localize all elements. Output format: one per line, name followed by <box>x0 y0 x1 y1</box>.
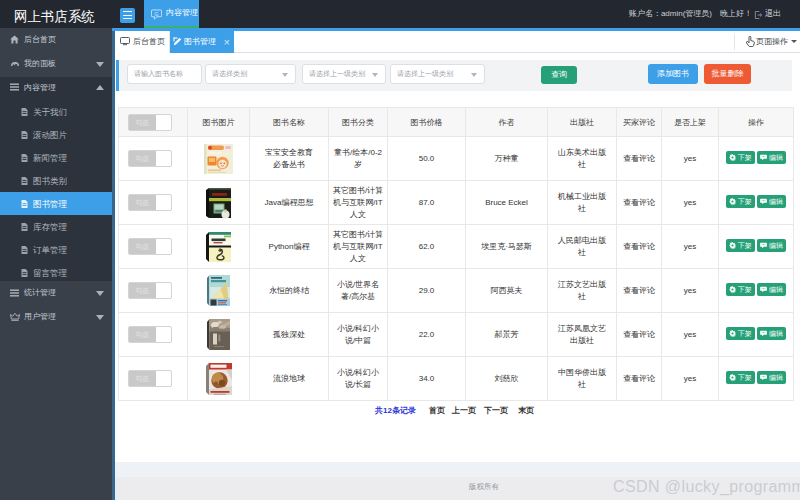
svg-text:G: G <box>154 11 158 17</box>
